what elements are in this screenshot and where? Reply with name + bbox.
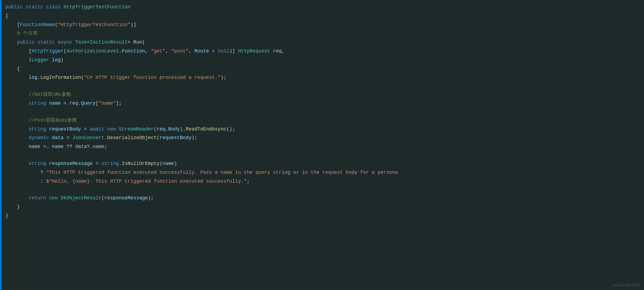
token: (	[157, 135, 160, 140]
line-content: 0 个引用	[0, 30, 37, 37]
code-line: string requestBody = await new StreamRea…	[0, 125, 644, 134]
token: async	[58, 40, 75, 45]
code-line	[0, 186, 644, 194]
token: data	[52, 135, 64, 140]
token: string	[29, 161, 49, 166]
token: =	[93, 161, 101, 166]
code-line: {	[0, 65, 644, 73]
token: Run	[133, 40, 142, 45]
token: (	[102, 195, 104, 201]
token: 0 个引用	[17, 31, 37, 36]
token: OkObjectResult	[61, 195, 101, 201]
line-content: name =… name ?? data?.name;	[0, 143, 107, 151]
token: ?.	[87, 144, 93, 149]
token: .	[104, 135, 107, 140]
token: data	[75, 144, 87, 149]
code-line: public static class HttpTriggerTestFunct…	[0, 3, 644, 12]
code-line: }	[0, 211, 644, 220]
code-line: return new OkObjectResult(responseMessag…	[0, 194, 644, 203]
code-line: }	[0, 203, 644, 211]
token: );	[191, 135, 197, 140]
token: Body	[168, 126, 180, 132]
token: JsonConvert	[72, 135, 104, 140]
code-line: ? “This HTTP triggered function executed…	[0, 168, 644, 177]
token: ,	[145, 48, 151, 54]
line-content: [FunctionName(“HttpTriggerTestFunction”)…	[0, 21, 136, 29]
token: ;	[247, 179, 250, 184]
token: (	[81, 75, 84, 80]
line-content: //Post获取Body参数	[0, 116, 77, 124]
token: DeserializeObject	[107, 135, 157, 140]
token: StreamReader	[119, 126, 154, 132]
token: new	[49, 195, 61, 201]
token: [	[17, 22, 20, 27]
token: public	[17, 40, 37, 45]
token: ).	[180, 126, 186, 132]
token: <	[87, 40, 90, 45]
token: ,	[165, 48, 171, 54]
token: class	[46, 4, 64, 10]
token: requestBody	[160, 135, 192, 140]
token: (	[154, 126, 157, 132]
token: (	[142, 40, 145, 45]
line-content: //Get获取URL参数	[0, 91, 71, 98]
token: req	[69, 101, 78, 106]
code-line	[0, 82, 644, 90]
code-line: dynamic data = JsonConvert.DeserializeOb…	[0, 133, 644, 142]
token: name	[52, 144, 64, 149]
code-line: name =… name ?? data?.name;	[0, 142, 644, 151]
code-line	[0, 151, 644, 159]
token: =	[209, 48, 218, 54]
token: Query	[81, 101, 96, 106]
token: “post”	[171, 48, 189, 54]
line-content: {	[0, 65, 20, 73]
token: ;	[104, 144, 107, 149]
token: await	[90, 126, 107, 132]
token: AuthorizationLevel	[66, 48, 119, 54]
token: ];	[116, 101, 122, 106]
token: =	[81, 126, 90, 132]
token: IActionResult	[90, 40, 127, 45]
code-line: ILogger log)	[0, 56, 644, 65]
code-line: {	[0, 12, 644, 20]
line-content: ILogger log)	[0, 56, 64, 64]
code-lines: public static class HttpTriggerTestFunct…	[0, 3, 644, 220]
token: {	[17, 66, 20, 72]
line-content: }	[0, 203, 20, 211]
token: LogInformation	[40, 75, 81, 80]
token: )	[61, 57, 64, 63]
token: log	[29, 75, 37, 80]
token: [	[96, 101, 99, 106]
token: .	[119, 161, 122, 166]
token: name	[93, 144, 104, 149]
token: );	[220, 75, 226, 80]
token: HttpTriggerTestFunction	[64, 4, 130, 10]
line-content: public static async Task<IActionResult> …	[0, 38, 145, 46]
token: IsNullOrEmpty	[122, 161, 159, 166]
token: )	[174, 161, 177, 166]
line-content: ? “This HTTP triggered function executed…	[0, 169, 398, 176]
code-line: string responseMessage = string.IsNullOr…	[0, 159, 644, 168]
token: //Post获取Body参数	[29, 118, 77, 123]
token: name	[49, 101, 61, 106]
line-content: : $“Hello, {name}. This HTTP triggered f…	[0, 178, 250, 185]
token: $“Hello, {name}. This HTTP triggered fun…	[46, 179, 247, 184]
line-content: dynamic data = JsonConvert.DeserializeOb…	[0, 134, 197, 142]
token: return	[29, 195, 49, 201]
token: log	[49, 57, 61, 63]
token: responseMessage	[104, 195, 148, 201]
token: requestBody	[49, 126, 81, 132]
token: .	[37, 75, 40, 80]
token: .	[165, 126, 168, 132]
token: [	[29, 48, 32, 54]
code-line: //Get获取URL参数	[0, 90, 644, 99]
token: .	[119, 48, 122, 54]
token: dynamic	[29, 135, 52, 140]
code-line: //Post获取Body参数	[0, 116, 644, 125]
token: //Get获取URL参数	[29, 92, 71, 97]
line-content: string requestBody = await new StreamRea…	[0, 125, 235, 133]
token: Function	[122, 48, 145, 54]
token: }	[17, 204, 20, 210]
token: new	[107, 126, 119, 132]
code-line: public static async Task<IActionResult> …	[0, 38, 644, 47]
